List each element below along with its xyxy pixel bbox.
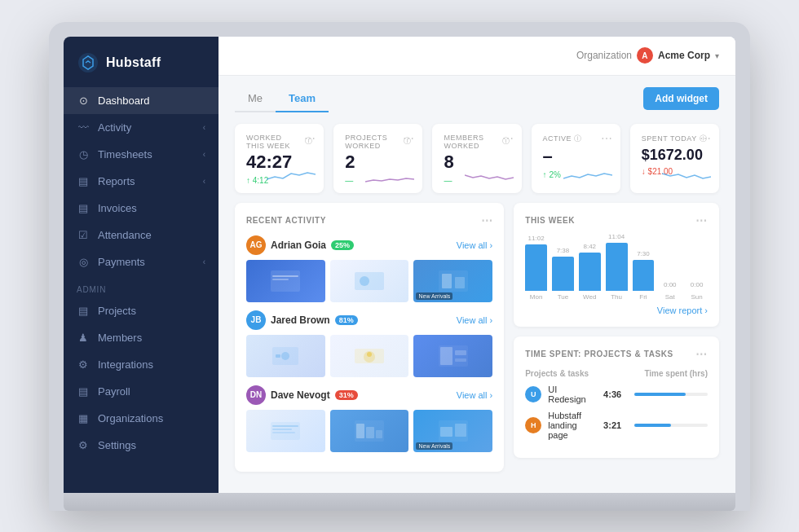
sidebar-item-settings[interactable]: ⚙ Settings xyxy=(64,432,219,459)
thumb-0-0 xyxy=(246,260,325,302)
time-spent-more[interactable]: ⋯ xyxy=(695,348,708,361)
main-area: Organization A Acme Corp ▾ Me Team Add w… xyxy=(219,37,735,493)
sidebar-label-attendance: Attendance xyxy=(98,229,152,241)
time-row-1: H Hubstaff landing page 3:21 xyxy=(525,411,708,440)
org-label: Organization xyxy=(576,50,632,61)
stat-label-spent: SPENT TODAY ⓘ xyxy=(642,134,708,144)
laptop-base xyxy=(64,493,735,511)
bar-col-thu: 11:04Thu xyxy=(606,233,628,301)
stat-more-members[interactable]: ⋯ xyxy=(502,132,514,145)
sidebar-item-integrations[interactable]: ⚙ Integrations xyxy=(64,351,219,378)
svg-rect-24 xyxy=(356,424,364,438)
sidebar-label-dashboard: Dashboard xyxy=(98,95,150,107)
tab-team[interactable]: Team xyxy=(276,86,329,112)
thumb-2-0 xyxy=(246,410,325,452)
view-report-link[interactable]: View report › xyxy=(525,306,708,315)
bar-time-wed: 8:42 xyxy=(583,243,596,250)
payments-chevron: ‹ xyxy=(203,257,205,266)
view-all-0[interactable]: View all › xyxy=(457,240,492,250)
sidebar-item-projects[interactable]: ▤ Projects xyxy=(64,297,219,324)
right-panels: THIS WEEK ⋯ 11:02Mon7:38Tue8:42Wed11:04T… xyxy=(514,203,719,472)
sidebar-item-organizations[interactable]: ▦ Organizations xyxy=(64,405,219,432)
this-week-more[interactable]: ⋯ xyxy=(695,214,708,227)
sparkline-members xyxy=(465,167,514,187)
stat-card-projects: ⋯ PROJECTS WORKED ⓘ 2 — xyxy=(333,124,422,193)
projects-icon: ▤ xyxy=(77,305,90,317)
stat-card-members: ⋯ MEMBERS WORKED ⓘ 8 — xyxy=(432,124,521,193)
bar-col-mon: 11:02Mon xyxy=(525,235,547,300)
user-info-2: DN Dave Nevogt 31% xyxy=(246,385,358,405)
bar-day-tue: Tue xyxy=(558,293,569,301)
sidebar-item-dashboard[interactable]: ⊙ Dashboard xyxy=(64,87,219,114)
sidebar-item-invoices[interactable]: ▤ Invoices xyxy=(64,195,219,222)
sidebar-label-settings: Settings xyxy=(98,439,136,451)
sidebar-item-timesheets[interactable]: ◷ Timesheets ‹ xyxy=(64,141,219,168)
user-info-1: JB Jared Brown 81% xyxy=(246,310,358,330)
topbar: Organization A Acme Corp ▾ xyxy=(219,37,735,76)
bar-time-sun: 0:00 xyxy=(691,281,704,288)
thumb-0-1 xyxy=(330,260,409,302)
svg-rect-18 xyxy=(455,358,466,362)
thumb-1-2 xyxy=(413,335,492,377)
sidebar-label-organizations: Organizations xyxy=(98,412,163,424)
time-bar-fill-0 xyxy=(634,393,686,396)
thumb-1-1 xyxy=(330,335,409,377)
stat-more-spent[interactable]: ⋯ xyxy=(700,132,711,145)
tab-me[interactable]: Me xyxy=(235,86,276,112)
activity-user-1: JB Jared Brown 81% View all › xyxy=(246,310,492,330)
bar-day-wed: Wed xyxy=(583,293,596,301)
tabs-header: Me Team Add widget xyxy=(235,76,719,112)
app: Hubstaff ⊙ Dashboard 〰 Activity ‹ ◷ Time… xyxy=(64,37,735,493)
org-chevron[interactable]: ▾ xyxy=(715,51,719,60)
view-all-2[interactable]: View all › xyxy=(457,390,492,400)
stat-more-worked[interactable]: ⋯ xyxy=(304,132,316,145)
stat-card-spent: ⋯ SPENT TODAY ⓘ $1672.00 ↓ $21.00 xyxy=(630,124,719,193)
activity-icon: 〰 xyxy=(77,121,90,134)
bar-day-thu: Thu xyxy=(611,293,622,301)
sidebar-label-timesheets: Timesheets xyxy=(98,148,152,160)
stat-more-projects[interactable]: ⋯ xyxy=(403,132,414,145)
sidebar-label-integrations: Integrations xyxy=(98,358,153,371)
thumb-label-0-2: New Arrivals xyxy=(416,292,452,300)
user-badge-2: 31% xyxy=(335,390,358,400)
thumb-2-2: New Arrivals xyxy=(413,410,492,452)
this-week-title: THIS WEEK ⋯ xyxy=(525,214,708,227)
time-bar-fill-1 xyxy=(634,424,671,427)
stats-row: ⋯ WORKED THIS WEEK ⓘ 42:27 ↑ 4:12 xyxy=(235,124,719,193)
bar-chart: 11:02Mon7:38Tue8:42Wed11:04Thu7:30Fri0:0… xyxy=(525,235,708,301)
bar-time-fri: 7:30 xyxy=(637,250,650,257)
svg-rect-21 xyxy=(272,429,292,430)
bar-time-sat: 0:00 xyxy=(664,281,677,288)
bar-col-wed: 8:42Wed xyxy=(579,243,601,301)
recent-activity-title: RECENT ACTIVITY ⋯ xyxy=(246,214,492,227)
sidebar-item-activity[interactable]: 〰 Activity ‹ xyxy=(64,114,219,141)
stat-card-active: ⋯ ACTIVE ⓘ – ↑ 2% xyxy=(532,124,620,193)
sidebar-item-reports[interactable]: ▤ Reports ‹ xyxy=(64,168,219,195)
payments-icon: ◎ xyxy=(77,256,90,268)
time-row-0: U UI Redesign 4:36 xyxy=(525,385,708,404)
bar-fri xyxy=(633,260,655,291)
sidebar-item-payroll[interactable]: ▤ Payroll xyxy=(64,378,219,405)
thumb-1-0 xyxy=(246,335,325,377)
recent-activity-more[interactable]: ⋯ xyxy=(481,214,493,227)
sparkline-worked xyxy=(267,167,316,187)
sidebar-label-activity: Activity xyxy=(98,121,131,134)
stat-more-active[interactable]: ⋯ xyxy=(601,132,612,145)
reports-chevron: ‹ xyxy=(203,177,205,186)
sidebar-item-payments[interactable]: ◎ Payments ‹ xyxy=(64,248,219,275)
svg-rect-29 xyxy=(455,424,466,437)
svg-rect-20 xyxy=(272,425,298,427)
payroll-icon: ▤ xyxy=(77,385,90,398)
timesheets-chevron: ‹ xyxy=(203,150,205,159)
sidebar-item-members[interactable]: ♟ Members xyxy=(64,324,219,351)
svg-point-10 xyxy=(281,352,289,360)
add-widget-button[interactable]: Add widget xyxy=(643,87,719,110)
svg-rect-2 xyxy=(272,275,298,277)
view-all-1[interactable]: View all › xyxy=(457,315,492,325)
laptop-screen: Hubstaff ⊙ Dashboard 〰 Activity ‹ ◷ Time… xyxy=(64,37,735,493)
laptop-wrapper: Hubstaff ⊙ Dashboard 〰 Activity ‹ ◷ Time… xyxy=(49,22,750,511)
logo-text: Hubstaff xyxy=(106,55,161,70)
thumb-0-2: New Arrivals xyxy=(413,260,492,302)
bar-day-mon: Mon xyxy=(530,293,543,301)
sidebar-item-attendance[interactable]: ☑ Attendance xyxy=(64,222,219,248)
